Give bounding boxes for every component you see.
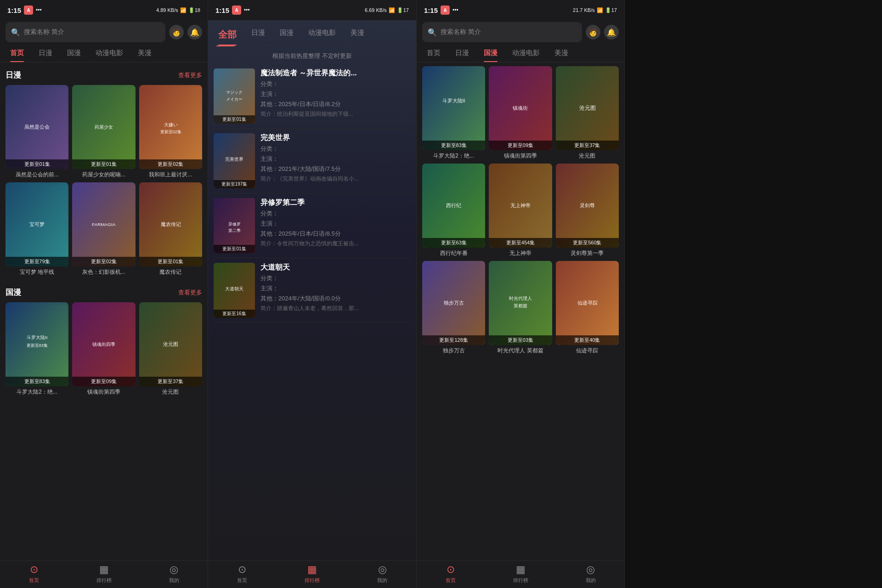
- nav-tabs-rank: 全部 日漫 国漫 动漫电影 美漫: [208, 20, 416, 45]
- rank-cat-3: 分类：: [260, 209, 411, 218]
- list-item[interactable]: 沧元图 更新至37集 沧元图: [139, 302, 202, 396]
- tab-riman-rank[interactable]: 日漫: [245, 24, 271, 45]
- riman-more[interactable]: 查看更多: [178, 71, 202, 79]
- tab-home-guoman[interactable]: 首页: [420, 44, 447, 62]
- nav-mine-guoman[interactable]: ◎ 我的: [586, 564, 596, 584]
- list-item[interactable]: 药屋少女 更新至01集 药屋少女的呢喃...: [72, 85, 135, 179]
- card-img-2: 药屋少女: [72, 85, 135, 169]
- list-item[interactable]: 魔农传记 更新至01集 魔农传记: [139, 182, 202, 276]
- card-badge-7: 更新至83集: [6, 377, 68, 386]
- svg-text:灵剑尊: 灵剑尊: [580, 203, 595, 208]
- nav-rank-guoman[interactable]: ▦ 排行榜: [513, 564, 528, 584]
- list-item[interactable]: 无上神帝 更新至454集 无上神帝: [489, 164, 552, 257]
- status-bar-home: 1:15 A ••• 4.89 KB/s 📶 🔋18: [0, 0, 208, 20]
- rank-item-3[interactable]: 异修罗 第二季 更新至01集 异修罗第二季 分类： 主演： 其他：2025年/日…: [214, 193, 411, 258]
- bell-btn-guoman[interactable]: 🔔: [604, 25, 619, 40]
- tab-riman-home[interactable]: 日漫: [32, 44, 59, 62]
- tab-movie-rank[interactable]: 动漫电影: [302, 24, 342, 45]
- rank-label-home: 排行榜: [96, 577, 112, 584]
- nav-rank-home[interactable]: ▦ 排行榜: [96, 564, 112, 584]
- dots-rank: •••: [244, 7, 250, 13]
- guoman-title-8: 时光代理人 英都篇: [489, 347, 552, 355]
- list-item[interactable]: 宝可梦 更新至79集 宝可梦 地平线: [6, 182, 68, 276]
- list-item[interactable]: 虽然是公会 更新至01集 虽然是公会的前...: [6, 85, 68, 179]
- svg-text:斗罗大陆II: 斗罗大陆II: [27, 335, 48, 340]
- list-item[interactable]: 镇魂街 更新至09集 镇魂街第四季: [489, 66, 552, 160]
- svg-text:大道朝天: 大道朝天: [225, 286, 243, 291]
- list-item[interactable]: 镇魂街四季 更新至09集 镇魂街第四季: [72, 302, 135, 396]
- rank-content: 根据当前热度整理 不定时更新 マジック メイカー 更新至01集 魔法制造者 ～异…: [208, 46, 416, 588]
- list-item[interactable]: 时光代理人 英都篇 更新至03集 时光代理人 英都篇: [489, 261, 552, 355]
- tab-guoman-guoman[interactable]: 国漫: [477, 44, 504, 62]
- card-badge-9: 更新至37集: [139, 377, 202, 386]
- tab-movie-home[interactable]: 动漫电影: [89, 44, 130, 62]
- list-item[interactable]: 西行纪 更新至63集 西行纪年番: [422, 164, 485, 257]
- tab-guoman-rank[interactable]: 国漫: [273, 24, 300, 45]
- guoman-more[interactable]: 查看更多: [178, 288, 202, 297]
- rank-info-2: 完美世界 分类： 主演： 其他：2021年/大陆/国语/7.5分 简介：《完美世…: [260, 133, 411, 183]
- tab-riman-guoman[interactable]: 日漫: [449, 44, 475, 62]
- tab-home-home[interactable]: 首页: [4, 44, 30, 62]
- list-item[interactable]: FARMAGIA 更新至02集 灰色：幻影扳机...: [72, 182, 135, 276]
- search-bar-home[interactable]: 🔍 搜索名称 简介: [6, 22, 165, 42]
- svg-text:FARMAGIA: FARMAGIA: [92, 222, 116, 227]
- svg-text:第二季: 第二季: [228, 228, 241, 233]
- status-bar-guoman: 1:15 A ••• 21.7 KB/s 📶 🔋17: [417, 0, 624, 20]
- app-icon-guoman: A: [441, 6, 450, 15]
- battery-guoman: 🔋17: [605, 7, 617, 13]
- nav-rank-rank[interactable]: ▦ 排行榜: [305, 564, 320, 584]
- rank-other-2: 其他：2021年/大陆/国语/7.5分: [260, 165, 411, 173]
- list-item[interactable]: 独步万古 更新至128集 独步万古: [422, 261, 485, 355]
- nav-home-guoman[interactable]: ⊙ 首页: [446, 564, 456, 584]
- rank-cast-4: 主演：: [260, 284, 411, 293]
- user-btn-guoman[interactable]: 🧑: [586, 25, 600, 40]
- card-title-9: 沧元图: [139, 388, 202, 396]
- riman-grid: 虽然是公会 更新至01集 虽然是公会的前... 药屋少女: [6, 85, 202, 276]
- tab-movie-guoman[interactable]: 动漫电影: [506, 44, 546, 62]
- list-item[interactable]: 斗罗大陆II 更新至83集 更新至83集 斗罗大陆2：绝...: [6, 302, 68, 396]
- search-bar-guoman[interactable]: 🔍 搜索名称 简介: [422, 22, 582, 42]
- nav-home-rank[interactable]: ⊙ 首页: [237, 564, 247, 584]
- list-item[interactable]: 斗罗大陆II 更新至83集 斗罗大陆2：绝...: [422, 66, 485, 160]
- svg-text:沧元图: 沧元图: [579, 105, 595, 111]
- card-title-4: 宝可梦 地平线: [6, 268, 68, 276]
- svg-text:西行纪: 西行纪: [446, 203, 461, 208]
- svg-text:魔农传记: 魔农传记: [160, 221, 181, 227]
- rank-desc-3: 简介：令世间万物为之恐惧的魔王被击...: [260, 240, 411, 248]
- home-label-rank: 首页: [237, 577, 247, 584]
- rank-icon-rank: ▦: [307, 564, 317, 576]
- tab-all-rank[interactable]: 全部: [212, 24, 243, 45]
- mine-icon-home: ◎: [170, 564, 178, 576]
- rank-item-2[interactable]: 完美世界 更新至197集 完美世界 分类： 主演： 其他：2021年/大陆/国语…: [214, 129, 411, 193]
- svg-text:大嫌い: 大嫌い: [164, 122, 177, 127]
- list-item[interactable]: 灵剑尊 更新至560集 灵剑尊第一季: [556, 164, 619, 257]
- rank-item-1[interactable]: マジック メイカー 更新至01集 魔法制造者 ～异世界魔法的... 分类： 主演…: [214, 64, 411, 129]
- mine-icon-guoman: ◎: [586, 564, 595, 576]
- tab-guoman-home[interactable]: 国漫: [61, 44, 87, 62]
- guoman-content: 斗罗大陆II 更新至83集 斗罗大陆2：绝... 镇魂街 更新至09集 镇魂街第…: [417, 62, 624, 588]
- tab-meiman-home[interactable]: 美漫: [131, 44, 158, 62]
- list-item[interactable]: 沧元图 更新至37集 沧元图: [556, 66, 619, 160]
- rank-label-guoman: 排行榜: [513, 577, 528, 584]
- rank-desc-2: 简介：《完美世界》动画改编自同名小...: [260, 175, 411, 183]
- rank-item-4[interactable]: 大道朝天 更新至16集 大道朝天 分类： 主演： 其他：2024年/大陆/国语/…: [214, 258, 411, 323]
- nav-tabs-guoman: 首页 日漫 国漫 动漫电影 美漫: [417, 44, 624, 62]
- status-bar-rank: 1:15 A ••• 6.69 KB/s 📶 🔋17: [208, 0, 416, 20]
- bell-btn-home[interactable]: 🔔: [187, 25, 202, 40]
- card-img-3: 大嫌い 更新至02集: [139, 85, 202, 169]
- svg-text:独步万古: 独步万古: [444, 300, 464, 305]
- guoman-title-2: 镇魂街第四季: [489, 152, 552, 160]
- list-item[interactable]: 大嫌い 更新至02集 更新至02集 我和班上最讨厌...: [139, 85, 202, 179]
- nav-mine-home[interactable]: ◎ 我的: [169, 564, 179, 584]
- guoman-badge-9: 更新至40集: [556, 335, 619, 345]
- tab-meiman-guoman[interactable]: 美漫: [548, 44, 575, 62]
- nav-home-home[interactable]: ⊙ 首页: [29, 564, 39, 584]
- rank-title-3: 异修罗第二季: [260, 198, 411, 208]
- guoman-title-7: 独步万古: [422, 347, 485, 355]
- svg-text:无上神帝: 无上神帝: [510, 203, 531, 208]
- svg-text:マジック: マジック: [226, 90, 243, 95]
- user-btn-home[interactable]: 🧑: [169, 25, 184, 40]
- nav-mine-rank[interactable]: ◎ 我的: [377, 564, 387, 584]
- tab-meiman-rank[interactable]: 美漫: [344, 24, 371, 45]
- list-item[interactable]: 仙迹寻踪 更新至40集 仙迹寻踪: [556, 261, 619, 355]
